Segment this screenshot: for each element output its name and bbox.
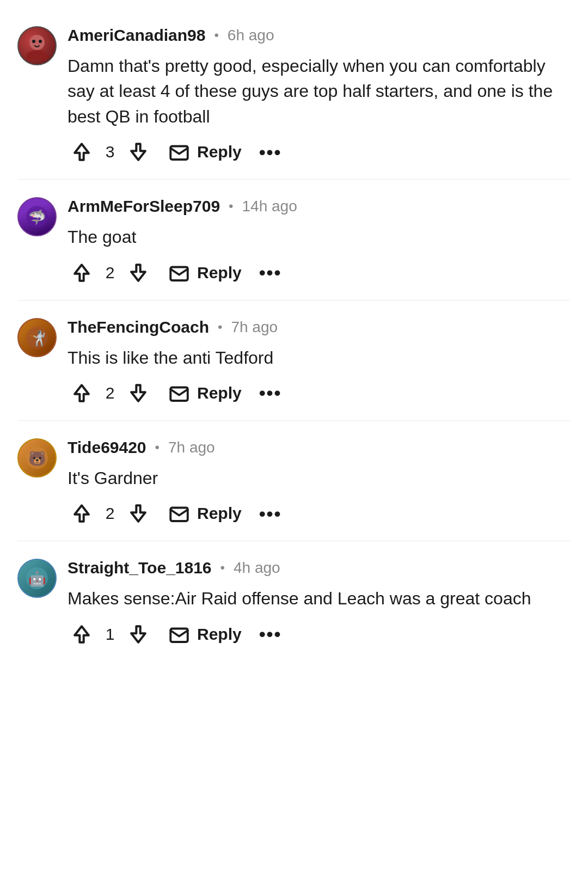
reply-label: Reply [197,384,242,402]
comment-item: 🦈 ArmMeForSleep709 • 14h ago The goat 2 [0,182,588,297]
reply-label: Reply [197,625,242,644]
upvote-button[interactable] [68,259,96,287]
reply-label: Reply [197,143,242,161]
reply-button[interactable]: Reply [168,140,242,163]
separator-dot: • [218,320,222,335]
vote-group: 3 [68,138,152,166]
username: TheFencingCoach [68,318,209,336]
more-options-button[interactable]: ••• [257,623,284,645]
comment-text: Damn that's pretty good, especially when… [68,53,571,129]
reply-button[interactable]: Reply [168,623,242,646]
comment-actions: 1 Reply ••• [68,620,571,655]
separator-dot: • [155,440,160,455]
reply-button[interactable]: Reply [168,261,242,284]
comment-actions: 3 Reply ••• [68,138,571,173]
comment-body: Tide69420 • 7h ago It's Gardner 2 [68,438,571,534]
comment-body: Straight_Toe_1816 • 4h ago Makes sense:A… [68,559,571,654]
timestamp: 7h ago [168,439,215,456]
svg-text:🐻: 🐻 [28,450,46,467]
username: ArmMeForSleep709 [68,197,220,216]
more-options-button[interactable]: ••• [257,262,284,283]
timestamp: 7h ago [231,319,278,336]
svg-text:🤺: 🤺 [28,329,46,347]
comments-list: AmeriCanadian98 • 6h ago Damn that's pre… [0,0,588,670]
svg-text:🦈: 🦈 [28,209,46,226]
comment-actions: 2 Reply ••• [68,379,571,414]
timestamp: 6h ago [228,27,274,44]
vote-count: 2 [105,384,115,402]
divider [17,300,571,301]
comment-text: The goat [68,224,571,249]
avatar: 🐻 [17,438,57,478]
upvote-button[interactable] [68,379,96,407]
username: Straight_Toe_1816 [68,559,212,577]
svg-point-3 [39,40,42,43]
separator-dot: • [214,28,218,43]
reply-label: Reply [197,504,242,523]
vote-group: 2 [68,499,152,528]
separator-dot: • [220,560,225,576]
separator-dot: • [229,199,233,214]
avatar: 🤖 [17,559,57,598]
reply-label: Reply [197,264,242,282]
timestamp: 14h ago [242,198,297,215]
svg-text:🤖: 🤖 [28,570,46,588]
avatar [17,26,57,65]
vote-count: 2 [105,264,115,282]
vote-count: 2 [105,504,115,523]
reply-button[interactable]: Reply [168,502,242,525]
downvote-button[interactable] [124,379,152,407]
comment-body: TheFencingCoach • 7h ago This is like th… [68,318,571,414]
comment-item: 🐻 Tide69420 • 7h ago It's Gardner 2 [0,423,588,538]
downvote-button[interactable] [124,138,152,166]
comment-actions: 2 Reply ••• [68,499,571,534]
downvote-button[interactable] [124,499,152,528]
reply-button[interactable]: Reply [168,382,242,405]
divider [17,420,571,421]
vote-group: 1 [68,620,152,648]
comment-actions: 2 Reply ••• [68,259,571,293]
downvote-button[interactable] [124,259,152,287]
upvote-button[interactable] [68,620,96,648]
more-options-button[interactable]: ••• [257,142,284,163]
vote-count: 1 [105,625,115,644]
svg-point-2 [32,40,35,43]
comment-header: ArmMeForSleep709 • 14h ago [68,197,571,216]
upvote-button[interactable] [68,138,96,166]
vote-group: 2 [68,259,152,287]
more-options-button[interactable]: ••• [257,382,284,403]
comment-text: Makes sense:Air Raid offense and Leach w… [68,586,571,611]
vote-group: 2 [68,379,152,407]
divider [17,541,571,541]
comment-item: 🤖 Straight_Toe_1816 • 4h ago Makes sense… [0,543,588,659]
username: Tide69420 [68,438,146,457]
comment-body: ArmMeForSleep709 • 14h ago The goat 2 [68,197,571,293]
timestamp: 4h ago [234,559,280,577]
downvote-button[interactable] [124,620,152,648]
svg-point-0 [29,35,45,50]
more-options-button[interactable]: ••• [257,503,284,524]
comment-header: TheFencingCoach • 7h ago [68,318,571,336]
divider [17,179,571,180]
comment-item: 🤺 TheFencingCoach • 7h ago This is like … [0,303,588,418]
comment-text: It's Gardner [68,466,571,491]
avatar: 🤺 [17,318,57,357]
upvote-button[interactable] [68,499,96,528]
comment-body: AmeriCanadian98 • 6h ago Damn that's pre… [68,26,571,173]
comment-header: Straight_Toe_1816 • 4h ago [68,559,571,577]
comment-header: AmeriCanadian98 • 6h ago [68,26,571,45]
avatar: 🦈 [17,197,57,236]
comment-item: AmeriCanadian98 • 6h ago Damn that's pre… [0,11,588,177]
username: AmeriCanadian98 [68,26,205,45]
svg-point-1 [26,50,48,60]
comment-header: Tide69420 • 7h ago [68,438,571,457]
vote-count: 3 [105,143,115,161]
comment-text: This is like the anti Tedford [68,345,571,370]
